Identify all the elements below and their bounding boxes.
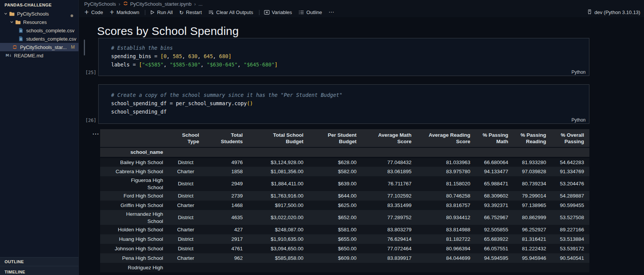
timeline-section-header[interactable]: TIMELINE [0,266,79,275]
table-cell: District [168,191,204,201]
markdown-button[interactable]: +Markdown [110,9,140,15]
row-index-cell: Huang High School [100,234,168,244]
dataframe-output: School TypeTotal StudentsTotal School Bu… [100,129,589,272]
output-more-actions[interactable]: ··· [93,131,99,137]
table-cell: 92.505855 [476,225,514,234]
tree-item-pycityschools[interactable]: PyCitySchools [0,9,79,18]
table-header-row: School TypeTotal StudentsTotal School Bu… [100,129,589,147]
table-cell: Charter [168,167,204,176]
table-cell [362,263,417,272]
kernel-picker[interactable]: dev (Python 3.10.13) [587,8,640,17]
jupyter-icon [11,44,18,50]
markdown-icon: M↓ [5,54,12,57]
restart-button[interactable]: ↻Restart [179,9,202,15]
tree-item-label: PyCitySchools [17,11,49,17]
variables-button[interactable]: Variables [264,9,292,15]
table-cell [476,263,514,272]
table-row: Rodriguez High [100,263,589,272]
table-cell: $3,022,020.00 [248,210,309,225]
code-editor[interactable]: # Create a copy of the school summary si… [99,85,589,116]
chevron-down-icon [3,12,8,16]
tree-item-pycityschools-star[interactable]: PyCitySchools_star...M [0,43,79,51]
table-cell: 2949 [204,176,248,191]
breadcrumb-item-[interactable]: ... [198,1,203,7]
outline-button[interactable]: Outline [298,9,322,15]
tree-item-students-complete-csv[interactable]: students_complete.csv [0,35,79,43]
index-name-cell: school_name [100,147,168,157]
empty-header-cell [362,147,417,157]
more-actions-button[interactable]: ⋯ [328,9,335,15]
table-cell: $3,124,928.00 [248,157,309,167]
explorer-root-title[interactable]: PANDAS-CHALLENGE [0,0,79,9]
table-cell [417,263,476,272]
sidebar-bottom-sections: OUTLINE TIMELINE [0,257,79,275]
table-cell: 2917 [204,234,248,244]
cell-language-picker[interactable]: Python [572,117,586,123]
breadcrumb: PyCitySchools›PyCitySchools_starter.ipyn… [79,0,644,8]
table-cell: $1,910,635.00 [248,234,309,244]
table-row: Cabrera High SchoolCharter1858$1,081,356… [100,167,589,176]
outline-section-header[interactable]: OUTLINE [0,257,79,266]
toolbar-button-label: Outline [306,9,322,15]
folder-icon [8,11,15,16]
code-line: # Create a copy of the school summary si… [99,91,589,99]
table-cell: 66.752967 [476,210,514,225]
dataframe-table: School TypeTotal StudentsTotal School Bu… [100,129,589,272]
table-cell: $585,858.00 [248,253,309,263]
table-cell: 76.629414 [362,234,417,244]
table-cell: 90.540541 [551,253,589,263]
column-header: Average Reading Score [417,129,476,147]
table-cell: 81.033963 [417,157,476,167]
table-cell: 83.061895 [362,167,417,176]
variables-icon [264,10,270,15]
table-cell: 81.316421 [514,234,551,244]
tree-item-readme-md[interactable]: M↓README.md [0,51,79,60]
code-cell[interactable]: # Establish the binsspending_bins = [0, … [98,38,589,76]
breadcrumb-item-pycityschools[interactable]: PyCitySchools [84,1,116,7]
index-name-row: school_name [100,147,589,157]
column-header: Average Math Score [362,129,417,147]
code-line: spending_bins = [0, 585, 630, 645, 680] [99,52,589,60]
table-cell: 53.513884 [551,234,589,244]
table-cell: 2739 [204,191,248,201]
row-index-cell: Cabrera High School [100,167,168,176]
code-line: school_spending_df [99,107,589,116]
run-all-button[interactable]: Run All [150,9,173,15]
breadcrumb-label: PyCitySchools_starter.ipynb [130,1,192,7]
table-cell: $248,087.00 [248,225,309,234]
table-cell: 95.945946 [514,253,551,263]
table-row: Johnson High SchoolDistrict4761$3,094,65… [100,244,589,253]
empty-header-cell [476,147,514,157]
table-cell: $652.00 [309,210,362,225]
folder-icon [14,20,21,25]
table-cell: District [168,244,204,253]
tree-item-schools-complete-csv[interactable]: schools_complete.csv [0,26,79,35]
table-cell: $650.00 [309,244,362,253]
row-index-cell: Griffin High School [100,201,168,210]
tree-item-resources[interactable]: Resources [0,18,79,26]
toolbar-separator [145,10,145,15]
clear-all-outputs-button[interactable]: Clear All Outputs [208,9,253,15]
table-cell: $644.00 [309,191,362,201]
execution-count: [26] [85,118,96,123]
breadcrumb-item-pycityschools-starter-ipynb[interactable]: PyCitySchools_starter.ipynb [123,1,192,7]
toolbar-button-label: Clear All Outputs [216,9,253,15]
clear-outputs-icon [208,10,214,15]
toolbar-button-label: Run All [157,9,173,15]
plus-icon: + [84,9,89,15]
tree-item-label: PyCitySchools_star... [20,44,67,50]
table-cell: 80.746258 [417,191,476,201]
table-cell: 96.252927 [514,225,551,234]
cell-language-picker[interactable]: Python [572,70,586,75]
table-cell: 83.814988 [417,225,476,234]
table-row: Ford High SchoolDistrict2739$1,763,916.0… [100,191,589,201]
notebook-toolbar: +Code+MarkdownRun All↻RestartClear All O… [79,8,644,17]
file-tree: PyCitySchoolsResourcesschools_complete.c… [0,9,79,60]
modified-dot-icon [71,13,73,18]
code-editor[interactable]: # Establish the binsspending_bins = [0, … [99,38,589,69]
code-cell[interactable]: # Create a copy of the school summary si… [98,84,589,124]
code-button[interactable]: +Code [84,9,103,15]
table-cell: 54.642283 [551,157,589,167]
table-cell: $628.00 [309,157,362,167]
row-index-cell: Rodriguez High [100,263,168,272]
